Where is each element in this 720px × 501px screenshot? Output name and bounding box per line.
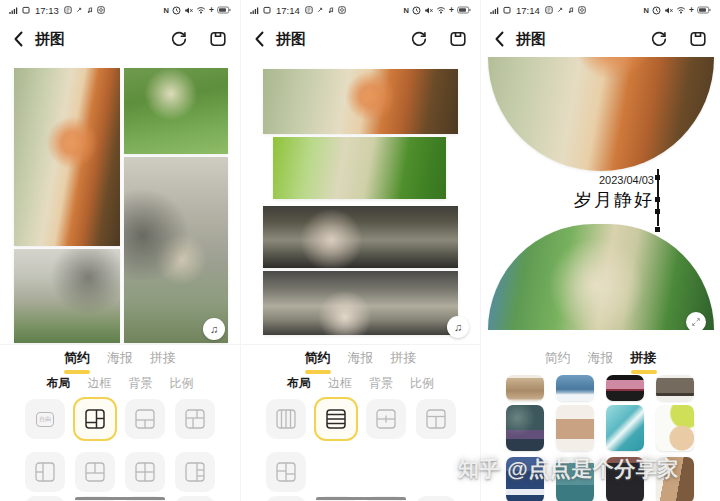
template-thumbnail[interactable]	[506, 375, 544, 401]
subtab-background[interactable]: 背景	[365, 375, 397, 392]
tab-poster[interactable]: 海报	[103, 349, 137, 375]
collage-photo-blossom-scene[interactable]	[14, 249, 120, 343]
tab-splice[interactable]: 拼接	[146, 349, 180, 375]
layout-option-9[interactable]	[416, 496, 456, 501]
status-right: N +	[404, 5, 471, 15]
layout-options-row-1: 自由	[25, 397, 217, 441]
strip-photo-blossom-dark[interactable]	[263, 206, 458, 268]
collage-photo-garden[interactable]	[124, 68, 228, 154]
music-button[interactable]: ♫	[203, 318, 225, 340]
alarm-icon	[172, 6, 181, 15]
back-icon[interactable]	[13, 30, 24, 48]
wifi-icon	[196, 6, 206, 14]
layout-option-3[interactable]	[125, 399, 165, 439]
subtab-layout[interactable]: 布局	[43, 375, 75, 392]
save-icon[interactable]	[449, 30, 467, 48]
template-thumbnail[interactable]	[656, 375, 694, 401]
wifi-icon	[436, 6, 446, 14]
template-thumbnail[interactable]	[606, 405, 644, 451]
nav-bar: 拼图	[481, 21, 720, 57]
subtab-border[interactable]: 边框	[84, 375, 116, 392]
arch-photo-lawn[interactable]	[488, 224, 714, 330]
strip-photo-bouquet[interactable]	[263, 69, 458, 134]
expand-button[interactable]	[686, 312, 706, 330]
tab-simple[interactable]: 简约	[301, 349, 335, 375]
alarm-icon	[412, 6, 421, 15]
collage-canvas: ♫	[241, 57, 480, 345]
signal-icon	[490, 6, 500, 15]
tab-poster[interactable]: 海报	[584, 349, 618, 375]
page-title: 拼图	[276, 30, 306, 49]
save-icon[interactable]	[209, 30, 227, 48]
layout-option-12[interactable]	[175, 496, 215, 501]
layout-option-selected[interactable]	[73, 397, 117, 441]
template-thumbnail[interactable]	[606, 375, 644, 401]
layout-option-5[interactable]	[266, 452, 306, 492]
layout-option-7[interactable]	[125, 452, 165, 492]
layout-option-vstripes[interactable]	[266, 399, 306, 439]
status-left: 17:14	[490, 5, 586, 16]
music-app-icon	[86, 6, 94, 14]
tab-simple[interactable]: 简约	[60, 349, 94, 375]
template-thumbnail[interactable]	[556, 405, 594, 451]
nfc-icon: N	[404, 6, 409, 15]
layout-option-8[interactable]	[175, 452, 215, 492]
subtab-border[interactable]: 边框	[324, 375, 356, 392]
tab-poster[interactable]: 海报	[344, 349, 378, 375]
subtab-layout[interactable]: 布局	[283, 375, 315, 392]
main-tabs: 简约 海报 拼接	[0, 349, 240, 375]
strip-photo-blossom-wide[interactable]	[263, 271, 458, 335]
subtab-ratio[interactable]: 比例	[406, 375, 438, 392]
layout-option-5[interactable]	[25, 452, 65, 492]
sub-tabs: 布局 边框 背景 比例	[0, 375, 240, 392]
music-button[interactable]: ♫	[447, 316, 469, 338]
template-thumbnail[interactable]	[656, 405, 694, 451]
layout-grid-icon	[135, 462, 155, 482]
page-title: 拼图	[516, 30, 546, 49]
layout-option-4[interactable]	[416, 399, 456, 439]
tab-simple[interactable]: 简约	[541, 349, 575, 375]
save-icon[interactable]	[689, 30, 707, 48]
reset-icon[interactable]	[170, 30, 188, 48]
phone-screen-1: 17:13 N + 拼图	[0, 0, 240, 501]
nav-actions	[410, 30, 467, 48]
clipped-row-edge	[75, 497, 165, 500]
layout-option-freeform[interactable]: 自由	[25, 399, 65, 439]
strip-photo-grass[interactable]	[273, 137, 446, 199]
template-thumbnail[interactable]	[556, 375, 594, 401]
layout-option-selected-hstripes[interactable]	[314, 397, 358, 441]
status-bar: 17:13 N +	[0, 0, 240, 20]
nav-bar: 拼图	[0, 21, 240, 57]
nav-bar: 拼图	[241, 21, 480, 57]
template-text-block[interactable]: 2023/04/03 岁月静好	[574, 174, 654, 212]
subtab-background[interactable]: 背景	[125, 375, 157, 392]
circle-photo-bouquet[interactable]	[488, 57, 714, 171]
reset-icon[interactable]	[410, 30, 428, 48]
nfc-icon: N	[164, 6, 169, 15]
message-app-icon	[64, 6, 72, 14]
layout-option-3[interactable]	[366, 399, 406, 439]
layout-option-9[interactable]	[25, 496, 65, 501]
sim-icon	[503, 6, 511, 14]
watermark-text: 知乎 @点点是个分享家	[458, 455, 679, 483]
grid-app-icon	[338, 6, 346, 14]
wifi-icon	[676, 6, 686, 14]
tab-splice[interactable]: 拼接	[387, 349, 421, 375]
reset-icon[interactable]	[650, 30, 668, 48]
phone-screen-2: 17:14 N + 拼图	[240, 0, 480, 501]
back-icon[interactable]	[254, 30, 265, 48]
layout-option-4[interactable]	[175, 399, 215, 439]
template-thumbnail[interactable]	[506, 405, 544, 451]
collage-photo-blossom-portrait[interactable]	[124, 157, 228, 343]
status-bar: 17:14 N +	[241, 0, 480, 20]
status-left: 17:13	[9, 5, 105, 16]
battery-icon	[457, 6, 471, 14]
layout-option-6[interactable]	[75, 452, 115, 492]
layout-option-6[interactable]	[266, 496, 306, 501]
collage-photo-bouquet[interactable]	[14, 68, 120, 246]
back-icon[interactable]	[494, 30, 505, 48]
template-date-text: 2023/04/03	[574, 174, 654, 186]
tab-splice[interactable]: 拼接	[627, 349, 661, 375]
subtab-ratio[interactable]: 比例	[166, 375, 198, 392]
status-right: N +	[164, 5, 231, 15]
